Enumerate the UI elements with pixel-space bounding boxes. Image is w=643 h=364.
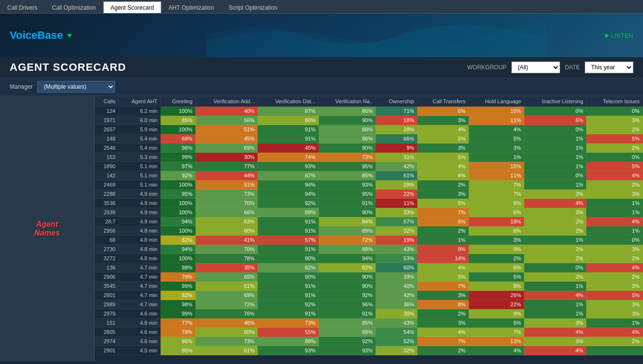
table-cell: 18% [376, 116, 417, 125]
table-cell: 0% [586, 107, 643, 116]
table-cell: 4.8 min [118, 236, 161, 245]
col-aht[interactable]: Agent AHT [118, 96, 161, 107]
table-row: 1246.2 min100%40%87%86%71%6%15%0%0% [95, 107, 643, 116]
table-cell: 4.6 min [118, 328, 161, 337]
table-cell: 9% [376, 143, 417, 153]
table-cell: 2805 [95, 328, 119, 337]
manager-select[interactable]: (Multiple values) [37, 81, 115, 93]
table-cell: 94% [319, 254, 376, 263]
tab-aht-optimization[interactable]: AHT Optimization [161, 1, 221, 13]
table-cell: 61% [196, 282, 258, 291]
table-cell: 3% [417, 116, 469, 125]
table-cell: 100% [161, 107, 196, 116]
listen-button[interactable]: LISTEN [605, 32, 633, 39]
table-cell: 0% [586, 153, 643, 162]
table-cell: 2939 [95, 208, 119, 217]
table-cell: 100% [161, 180, 196, 190]
table-cell: 3% [417, 318, 469, 328]
col-greeting[interactable]: Greeting [161, 96, 196, 107]
table-cell: 94% [258, 180, 319, 190]
col-ownership[interactable]: Ownership [376, 96, 417, 107]
table-cell: 85% [161, 116, 196, 125]
table-cell: 3% [586, 245, 643, 254]
date-select[interactable]: This year [585, 62, 633, 73]
table-cell: 4% [417, 171, 469, 180]
table-cell: 92% [258, 199, 319, 208]
table-cell: 4.8 min [118, 254, 161, 263]
table-cell: 4% [417, 263, 469, 272]
table-cell: 0% [586, 236, 643, 245]
tab-agent-scorecard[interactable]: Agent Scorecard [103, 1, 161, 13]
table-cell: 4% [586, 328, 643, 337]
table-cell: 8% [417, 300, 469, 309]
tab-script-optimization[interactable]: Script Optimization [221, 1, 285, 13]
col-telecom[interactable]: Telecom Issues [586, 96, 643, 107]
data-table-wrapper[interactable]: Calls Agent AHT Greeting Verification Ad… [95, 96, 643, 361]
table-cell: 5.1 min [118, 171, 161, 180]
table-cell: 22% [469, 300, 525, 309]
table-cell: 31% [376, 153, 417, 162]
table-cell: 57% [258, 236, 319, 245]
table-cell: 1% [586, 318, 643, 328]
table-cell: 5% [469, 134, 525, 143]
workgroup-select[interactable]: (All) [511, 62, 560, 73]
table-cell: 4.5 min [118, 346, 161, 355]
col-ver-na[interactable]: Verification Na.. [319, 96, 376, 107]
table-cell: 7% [417, 282, 469, 291]
table-row: 18905.1 min97%77%93%95%42%4%15%1%5% [95, 162, 643, 171]
table-cell: 89% [319, 328, 376, 337]
table-cell: 4% [586, 171, 643, 180]
table-container: AgentNames Calls Agent AHT Greeting Veri… [0, 96, 643, 361]
col-transfers[interactable]: Call Transfers [417, 96, 469, 107]
table-cell: 18% [469, 217, 525, 226]
table-row: 1485.4 min68%45%91%86%66%5%5%1%5% [95, 134, 643, 143]
table-cell: 44% [196, 171, 258, 180]
table-cell: 54% [376, 328, 417, 337]
table-cell: 1% [524, 143, 586, 153]
table-row: 28054.6 min78%60%55%89%54%4%7%4%4% [95, 328, 643, 337]
table-cell: 53% [376, 254, 417, 263]
table-cell: 6% [524, 116, 586, 125]
table-cell: 4% [524, 199, 586, 208]
controls: WORKGROUP (All) DATE This year [467, 62, 633, 73]
table-cell: 82% [161, 291, 196, 300]
col-ver-dat[interactable]: Verification Dat... [258, 96, 319, 107]
tab-call-drivers[interactable]: Call Drivers [0, 1, 45, 13]
col-hold[interactable]: Hold Language [469, 96, 525, 107]
table-cell: 74% [258, 153, 319, 162]
table-cell: 73% [319, 153, 376, 162]
tab-call-optimization[interactable]: Call Optimization [45, 1, 103, 13]
page-title: AGENT SCORECARD [10, 61, 126, 74]
table-cell: 93% [258, 346, 319, 355]
table-row: 35364.9 min100%70%92%91%11%5%6%4%1% [95, 199, 643, 208]
col-inactive[interactable]: Inactive Listening [524, 96, 586, 107]
table-cell: 0% [524, 107, 586, 116]
table-cell: 84% [319, 217, 376, 226]
table-cell: 2901 [95, 346, 119, 355]
table-row: 27304.8 min94%70%91%89%43%9%9%2%3% [95, 245, 643, 254]
table-row: 29394.9 min100%66%89%90%33%7%6%3%1% [95, 208, 643, 217]
table-cell: 5% [417, 134, 469, 143]
table-cell: 79% [161, 272, 196, 282]
table-cell: 7% [469, 190, 525, 199]
table-cell: 97% [161, 162, 196, 171]
tab-bar: Call Drivers Call Optimization Agent Sco… [0, 0, 643, 14]
table-cell: 5% [417, 272, 469, 282]
table-cell: 4.7 min [118, 300, 161, 309]
table-cell: 100% [161, 254, 196, 263]
agent-names-label: AgentNames [34, 220, 60, 237]
table-cell: 2730 [95, 245, 119, 254]
table-cell: 1% [524, 300, 586, 309]
table-cell: 4.7 min [118, 272, 161, 282]
table-cell: 33% [376, 208, 417, 217]
table-cell: 2906 [95, 272, 119, 282]
table-cell: 32% [376, 346, 417, 355]
col-ver-add[interactable]: Verification Add... [196, 96, 258, 107]
table-cell: 7% [417, 337, 469, 346]
col-calls[interactable]: Calls [95, 96, 119, 107]
table-cell: 92% [319, 337, 376, 346]
table-cell: 5% [586, 291, 643, 300]
table-cell: 4% [417, 125, 469, 134]
table-cell: 60% [376, 263, 417, 272]
table-cell: 4.9 min [118, 190, 161, 199]
